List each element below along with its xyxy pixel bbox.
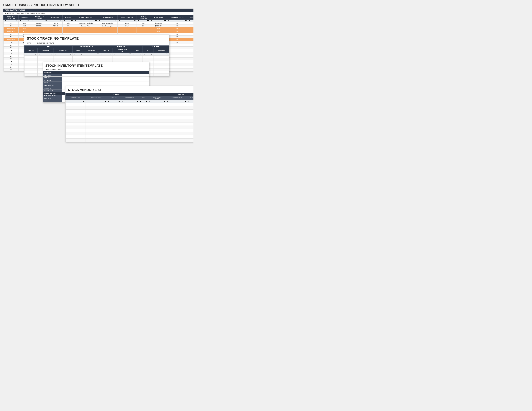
item-field-row: LOCATION [43, 79, 149, 82]
col-item-no: ITEM NO. [19, 15, 30, 20]
table-row [66, 116, 194, 119]
table-row [66, 129, 194, 132]
sheets-wrapper: TOTAL INVENTORY VALUE $13,550.00 *Based … [3, 9, 193, 154]
vendor-list-title: Stock Vendor List [66, 86, 193, 93]
track-col-qty: QTY [143, 48, 153, 53]
table-row [66, 110, 194, 113]
contact-section-header: CONTACT [166, 93, 193, 96]
field-value [62, 82, 149, 84]
col-stock-qty: STOCKQUANTITY [137, 15, 150, 20]
item-info-header: ITEM INFO [43, 71, 149, 74]
field-label: EMPLOYEE ID [43, 97, 62, 100]
table-row [66, 119, 194, 122]
track-col-vendor: VENDOR [100, 48, 113, 53]
table-row [25, 58, 169, 61]
field-label: LOCATION [43, 79, 62, 82]
table-row [25, 56, 169, 58]
table-row [66, 103, 194, 106]
vendor-table: VENDOR CONTACT VENDOR NAME PRODUCT NAME … [66, 93, 193, 142]
vendor-col-desc: DESCRIPTION [121, 96, 139, 100]
col-reorder-level: REORDER LEVEL [167, 15, 188, 20]
field-label: ITEM NAME [43, 74, 62, 76]
track-col-unit: UNIT [132, 48, 143, 53]
filter-date[interactable]: ▼ [30, 20, 48, 22]
vendor-col-lead: LEAD TIME INDAYS [148, 96, 166, 100]
col-reorder: REORDER(auto-fill) [4, 15, 19, 20]
item-field-row: PRICE [43, 82, 149, 84]
tracking-item-group: ITEM [25, 46, 73, 48]
tracking-inventory-group: INVENTORY [143, 46, 169, 48]
item-template-title: Stock Inventory Item Template [43, 62, 149, 68]
stock-tracking-title: Stock Tracking Template [24, 35, 169, 42]
track-col-vendor-item: VENDOR ITEMNO. [113, 48, 132, 53]
vendor-section-header: VENDOR [66, 93, 166, 96]
item-field-row: ITEM NO. [43, 76, 149, 79]
field-value [62, 76, 149, 79]
track-col-item-name: ITEM NAME [38, 48, 54, 53]
table-row [66, 113, 194, 116]
table-row: OKA1235/20/2016ITEM AColeStore Room A, S… [4, 22, 194, 25]
field-label: ITEM QUANTITY [43, 84, 62, 87]
tracking-sig-label: EMPLOYEE SIGNATURE [37, 42, 54, 44]
filter-location[interactable]: ▼ [74, 20, 98, 22]
filter-cost[interactable]: ▼ [117, 20, 137, 22]
company-name-label: YOUR COMPANY NAME [43, 68, 149, 71]
filter-reorder-level[interactable]: ▼ [167, 20, 188, 22]
field-value [62, 74, 149, 76]
col-description: DESCRIPTION [98, 15, 117, 20]
table-row [66, 139, 194, 142]
col-item-name: ITEM NAME [48, 15, 63, 20]
col-vendor: VENDOR [62, 15, 74, 20]
tracking-purchase-group: PURCHASE [100, 46, 142, 48]
col-cost-per-item: COST PER ITEM [117, 15, 137, 20]
field-label: MATERIAL [43, 87, 62, 89]
vendor-col-product: PRODUCT NAME [86, 96, 107, 100]
col-total-value: TOTAL VALUE [150, 15, 167, 20]
col-da: DA... [188, 15, 193, 20]
item-field-row: ITEM NAME [43, 74, 149, 76]
field-label: PRICE [43, 82, 62, 84]
filter-total[interactable]: ▼ [150, 20, 167, 22]
track-col-shelf: SHELF / BIN [83, 48, 100, 53]
filter-item-name[interactable]: ▼ [48, 20, 63, 22]
track-col-desc: DESCRIPTION [54, 48, 73, 53]
total-inventory-value: $13,550.00 [5, 12, 14, 14]
filter-qty[interactable]: ▼ [137, 20, 150, 22]
table-row: REORDERC1230.0050 [4, 28, 194, 30]
tracking-subtitle-row: DATE EMPLOYEE SIGNATURE [24, 42, 169, 46]
track-col-item-area: ITEM AREA [153, 48, 169, 53]
tracking-location-group: STOCK LOCATION [73, 46, 100, 48]
track-col-area: AREA [73, 48, 83, 53]
total-inventory-label: TOTAL INVENTORY VALUE [3, 9, 193, 12]
filter-vendor[interactable]: ▼ [62, 20, 74, 22]
vendor-col-contact: CONTACT NAME [166, 96, 187, 100]
filter-item-no[interactable]: ▼ [19, 20, 30, 22]
table-row: REORDERD1230.0050 [4, 30, 194, 33]
vendor-col-email: EMAI... [187, 96, 193, 100]
vendor-col-cost: COST [139, 96, 148, 100]
table-row [66, 126, 194, 129]
filter-da[interactable]: ▼ [188, 20, 193, 22]
page-container: Small Business Product Inventory Sheet T… [3, 3, 190, 154]
field-label: ITEM NO. [43, 76, 62, 79]
table-row [66, 122, 194, 126]
vendor-col-name: VENDOR NAME [66, 96, 86, 100]
field-value [62, 79, 149, 82]
table-row: OKB1235/20/2016ITEM BColeOutdoor PalletI… [4, 25, 194, 28]
track-col-item-no: ITEM NO. [25, 48, 38, 53]
field-label: EMPLOYEE NAME [43, 95, 62, 97]
date-label: DATE [43, 100, 62, 102]
tracking-date-label: DATE [27, 42, 31, 44]
field-label: DESCRIPTION [43, 89, 62, 92]
col-stock-location: STOCK LOCATION [74, 15, 98, 20]
total-inventory-row: $13,550.00 *Based upon TOTAL VALUE field… [3, 12, 193, 15]
stock-vendor-list: Stock Vendor List VENDOR CONTACT VENDOR … [65, 86, 193, 142]
col-date: DATE OF LASTORDER [30, 15, 48, 20]
filter-desc[interactable]: ▼ [98, 20, 117, 22]
table-row [66, 106, 194, 110]
filter-reorder[interactable]: ▼ [4, 20, 19, 22]
vendor-col-web: WEB LINK [107, 96, 121, 100]
page-title: Small Business Product Inventory Sheet [3, 3, 190, 7]
total-inventory-note: *Based upon TOTAL VALUE fields, below. [15, 12, 45, 14]
table-row [66, 132, 194, 135]
